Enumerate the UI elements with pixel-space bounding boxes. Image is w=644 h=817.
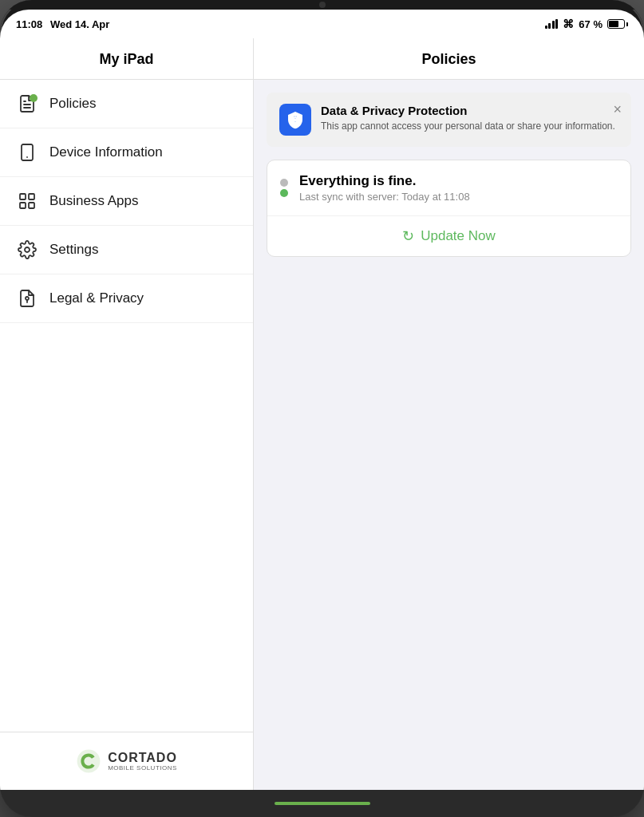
status-main: Everything is fine. Last sync with serve… xyxy=(267,160,630,216)
svg-point-8 xyxy=(25,247,30,252)
update-now-label: Update Now xyxy=(421,228,496,244)
privacy-title: Data & Privacy Protection xyxy=(321,104,618,117)
status-title: Everything is fine. xyxy=(299,173,618,189)
svg-rect-14 xyxy=(294,118,296,122)
sidebar-item-device-information[interactable]: Device Information xyxy=(0,128,253,177)
legal-icon xyxy=(16,287,38,310)
status-subtitle: Last sync with server: Today at 11:08 xyxy=(299,191,618,203)
privacy-banner-close-button[interactable]: × xyxy=(613,102,622,116)
refresh-icon: ↻ xyxy=(402,227,414,245)
policies-dot xyxy=(30,94,38,102)
business-apps-label: Business Apps xyxy=(49,193,139,209)
device-info-label: Device Information xyxy=(49,144,163,160)
home-indicator[interactable] xyxy=(275,802,370,805)
shield-icon-container xyxy=(279,104,311,136)
cortado-logo-icon xyxy=(76,748,101,774)
business-apps-icon xyxy=(16,190,38,212)
policies-label: Policies xyxy=(49,96,97,112)
svg-rect-6 xyxy=(20,203,26,208)
svg-rect-13 xyxy=(294,116,297,117)
sidebar-footer: CORTADO Mobile Solutions xyxy=(0,732,253,790)
privacy-banner: Data & Privacy Protection This app canno… xyxy=(267,93,631,147)
logo-name: CORTADO xyxy=(108,752,177,764)
sidebar-nav: Policies Device Information xyxy=(0,80,253,732)
svg-point-10 xyxy=(77,750,101,773)
shield-icon xyxy=(286,110,305,129)
svg-rect-4 xyxy=(20,194,26,199)
status-time-date: 11:08 Wed 14. Apr xyxy=(16,18,109,30)
camera-dot xyxy=(319,2,326,8)
sidebar-title: My iPad xyxy=(16,51,237,68)
policies-icon-wrapper xyxy=(16,93,38,115)
status-dot-green xyxy=(280,189,288,197)
bottom-bar xyxy=(0,790,644,817)
top-notch xyxy=(0,0,644,10)
settings-icon xyxy=(16,239,38,261)
update-now-button[interactable]: ↻ Update Now xyxy=(267,216,630,256)
legal-privacy-label: Legal & Privacy xyxy=(49,290,144,306)
logo-container: CORTADO Mobile Solutions xyxy=(76,748,177,774)
sidebar-item-business-apps[interactable]: Business Apps xyxy=(0,177,253,226)
split-view: My iPad xyxy=(0,38,644,790)
main-content: My iPad xyxy=(0,38,644,790)
status-card: Everything is fine. Last sync with serve… xyxy=(267,160,631,257)
main-panel: Policies xyxy=(254,38,644,790)
privacy-text: Data & Privacy Protection This app canno… xyxy=(321,104,618,133)
sidebar: My iPad xyxy=(0,38,254,790)
status-dot-grey xyxy=(280,179,288,187)
device-frame: 11:08 Wed 14. Apr ⌘ 67 % xyxy=(0,0,644,817)
status-indicators: ⌘ 67 % xyxy=(545,18,628,30)
panel-header: Policies xyxy=(254,38,644,80)
sidebar-item-policies[interactable]: Policies xyxy=(0,80,253,128)
panel-content: Data & Privacy Protection This app canno… xyxy=(254,80,644,790)
battery-icon xyxy=(607,19,628,29)
status-bar: 11:08 Wed 14. Apr ⌘ 67 % xyxy=(0,10,644,38)
svg-rect-7 xyxy=(29,203,34,208)
status-indicator xyxy=(280,179,288,197)
logo-text: CORTADO Mobile Solutions xyxy=(108,752,177,772)
battery-percent: 67 % xyxy=(579,18,603,30)
device-info-icon xyxy=(16,141,38,164)
panel-title: Policies xyxy=(270,51,628,68)
settings-label: Settings xyxy=(49,242,98,258)
svg-rect-5 xyxy=(29,194,34,199)
privacy-description: This app cannot access your personal dat… xyxy=(321,120,618,133)
signal-icon xyxy=(545,19,559,29)
logo-sub: Mobile Solutions xyxy=(108,765,177,772)
sidebar-header: My iPad xyxy=(0,38,253,80)
svg-rect-2 xyxy=(22,144,33,160)
sidebar-item-settings[interactable]: Settings xyxy=(0,226,253,274)
wifi-icon: ⌘ xyxy=(563,18,574,30)
sidebar-item-legal-privacy[interactable]: Legal & Privacy xyxy=(0,274,253,323)
status-text-area: Everything is fine. Last sync with serve… xyxy=(299,173,618,203)
